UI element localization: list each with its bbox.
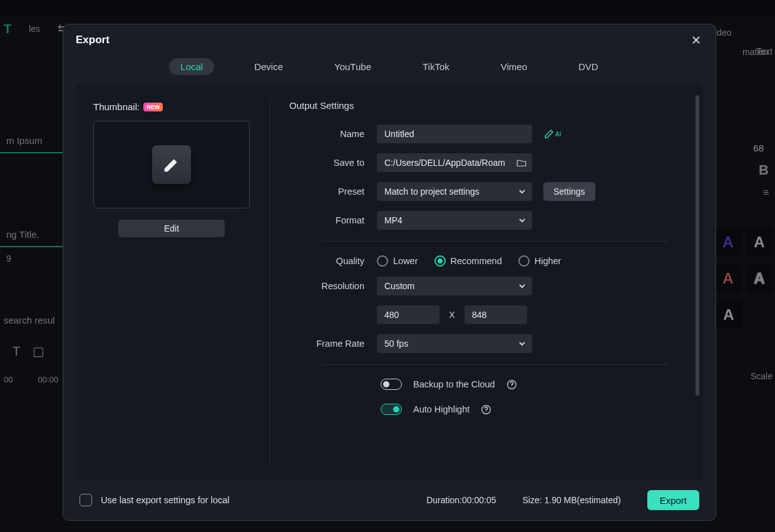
format-label: Format — [289, 215, 377, 225]
toolbar-item: les — [29, 24, 40, 34]
chevron-down-icon — [518, 188, 526, 195]
tab-vimeo[interactable]: Vimeo — [490, 58, 538, 75]
use-last-settings-label: Use last export settings for local — [101, 495, 230, 505]
name-input[interactable] — [377, 125, 532, 143]
resolution-height-input[interactable] — [464, 305, 527, 324]
resolution-select[interactable]: Custom — [377, 277, 532, 295]
scrollbar[interactable] — [695, 95, 699, 396]
folder-icon[interactable] — [516, 157, 527, 168]
resolution-x: X — [446, 310, 458, 320]
thumbnail-preview[interactable] — [93, 121, 250, 208]
quality-label: Quality — [289, 256, 377, 266]
edit-thumbnail-button[interactable]: Edit — [118, 220, 225, 237]
tab-dvd[interactable]: DVD — [567, 58, 610, 75]
preset-tile: ng Title. — [0, 153, 63, 247]
thumbnail-label: Thumbnail: — [93, 101, 140, 112]
help-icon[interactable] — [481, 404, 491, 415]
chevron-down-icon — [518, 217, 526, 224]
search-results-text: search resul — [0, 307, 63, 332]
tab-local[interactable]: Local — [169, 58, 214, 75]
export-tabs: Local Device YouTube TikTok Vimeo DVD — [63, 53, 716, 84]
quality-lower[interactable]: Lower — [377, 255, 418, 267]
quality-higher[interactable]: Higher — [518, 255, 562, 267]
use-last-settings-checkbox[interactable] — [80, 494, 92, 506]
close-icon — [691, 35, 701, 45]
resolution-label: Resolution — [289, 281, 377, 291]
chevron-down-icon — [518, 282, 526, 290]
saveto-input[interactable] — [377, 153, 532, 172]
export-dialog: Export Local Device YouTube TikTok Vimeo… — [63, 24, 716, 521]
backup-cloud-label: Backup to the Cloud — [413, 379, 495, 389]
titles-icon: T — [4, 22, 11, 36]
size-info: Size: 1.90 MB(estimated) — [522, 495, 620, 505]
preset-label: Preset — [289, 187, 377, 197]
export-button[interactable]: Export — [647, 490, 699, 510]
chevron-down-icon — [518, 340, 526, 347]
edit-thumbnail-icon — [152, 145, 191, 184]
text-tool-icon: T — [13, 344, 20, 359]
resolution-width-input[interactable] — [377, 305, 439, 324]
close-button[interactable] — [689, 33, 703, 47]
tab-device[interactable]: Device — [243, 58, 294, 75]
help-icon[interactable] — [506, 379, 517, 390]
name-label: Name — [289, 129, 377, 139]
new-badge: NEW — [143, 103, 163, 111]
preset-settings-button[interactable]: Settings — [543, 182, 595, 201]
format-select[interactable]: MP4 — [377, 211, 532, 230]
preset-select[interactable]: Match to project settings — [377, 182, 532, 201]
saveto-label: Save to — [289, 158, 377, 168]
framerate-select[interactable]: 50 fps — [377, 334, 532, 353]
tab-tiktok[interactable]: TikTok — [411, 58, 461, 75]
framerate-label: Frame Rate — [289, 339, 377, 349]
preset-tile: m Ipsum — [0, 59, 63, 153]
divider — [322, 364, 668, 365]
divider — [322, 241, 668, 242]
backup-cloud-toggle[interactable] — [381, 379, 402, 390]
dialog-title: Export — [76, 34, 110, 46]
ai-name-icon[interactable]: AI — [543, 128, 561, 140]
quality-recommend[interactable]: Recommend — [434, 255, 502, 267]
auto-highlight-toggle[interactable] — [381, 404, 402, 415]
auto-highlight-label: Auto Highlight — [413, 404, 470, 414]
output-settings-heading: Output Settings — [289, 100, 668, 111]
tab-youtube[interactable]: YouTube — [323, 58, 382, 75]
duration-info: Duration:00:00:05 — [426, 495, 496, 505]
crop-tool-icon: ▢ — [33, 344, 44, 359]
